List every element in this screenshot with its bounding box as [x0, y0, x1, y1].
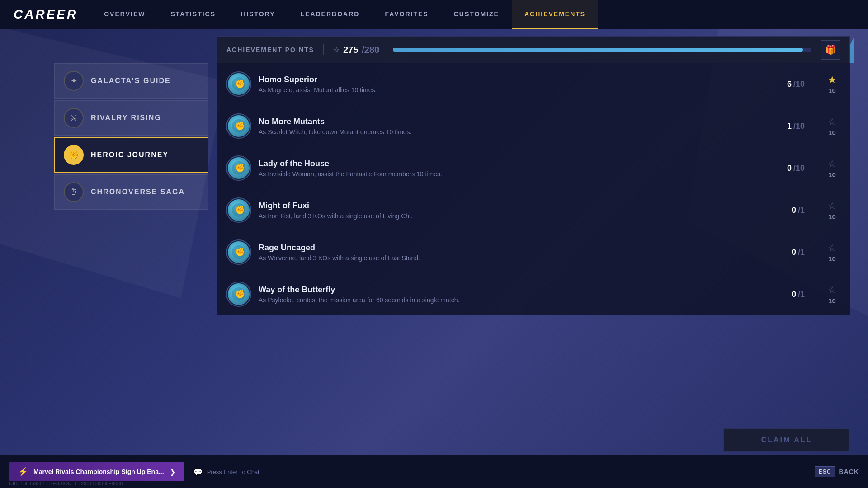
- svg-text:✊: ✊: [235, 205, 245, 215]
- galactas-guide-icon: ✦: [64, 71, 84, 91]
- achievement-avatar-inner-4: ✊: [228, 241, 250, 263]
- points-current: 275: [343, 45, 358, 55]
- esc-key: ESC: [815, 466, 835, 477]
- achievement-star-score-0: ★ 10: [816, 74, 841, 94]
- progress-total-1: /10: [793, 122, 805, 131]
- star-icon-1: ☆: [828, 116, 837, 128]
- achievement-avatar-inner-1: ✊: [228, 115, 250, 137]
- achievement-info-0: Homo Superior As Magneto, assist Mutant …: [259, 75, 761, 94]
- progress-current-0: 6: [787, 80, 792, 89]
- progress-total-3: /1: [798, 206, 805, 215]
- progress-current-2: 0: [787, 164, 792, 173]
- achievement-desc-3: As Iron Fist, land 3 KOs with a single u…: [259, 212, 761, 220]
- achievement-info-1: No More Mutants As Scarlet Witch, take d…: [259, 117, 761, 136]
- achievement-points-display: ☆ 275 /280: [333, 45, 379, 55]
- achievement-info-4: Rage Uncaged As Wolverine, land 3 KOs wi…: [259, 243, 761, 262]
- score-value-2: 10: [828, 171, 836, 178]
- chat-bar: 💬 Press Enter To Chat: [193, 468, 259, 476]
- achievement-name-0: Homo Superior: [259, 75, 761, 84]
- sidebar-label-galactas-guide: GALACTA'S GUIDE: [91, 77, 171, 85]
- progress-total-4: /1: [798, 248, 805, 257]
- star-icon-2: ☆: [828, 158, 837, 170]
- achievement-progress-4: 0 /1: [769, 248, 805, 257]
- star-icon-3: ☆: [828, 200, 837, 212]
- heroic-journey-icon: ✊: [64, 145, 84, 165]
- page-title: CAREER: [0, 7, 91, 22]
- achievement-avatar-3: ✊: [226, 197, 251, 223]
- progress-current-3: 0: [792, 206, 796, 215]
- achievement-row-homo-superior: ✊ Homo Superior As Magneto, assist Mutan…: [217, 63, 850, 105]
- progress-total-2: /10: [793, 164, 805, 173]
- points-total: /280: [362, 45, 379, 55]
- topbar: CAREER OVERVIEW STATISTICS HISTORY LEADE…: [0, 0, 868, 29]
- nav-overview[interactable]: OVERVIEW: [91, 0, 158, 29]
- achievement-name-1: No More Mutants: [259, 117, 761, 127]
- sidebar-label-rivalry-rising: RIVALRY RISING: [91, 114, 161, 122]
- sidebar-label-heroic-journey: HEROIC JOURNEY: [91, 151, 169, 159]
- main-content: ✦ GALACTA'S GUIDE ⚔ RIVALRY RISING ✊ HER…: [54, 36, 850, 452]
- content-panel: ACHIEVEMENT POINTS ☆ 275 /280 🎁 ✊: [217, 36, 850, 452]
- score-value-4: 10: [828, 255, 836, 263]
- nav-achievements[interactable]: ACHIEVEMENTS: [512, 0, 598, 29]
- achievement-row-way-of-the-butterfly: ✊ Way of the Butterfly As Psylocke, cont…: [217, 273, 850, 315]
- score-value-1: 10: [828, 129, 836, 136]
- achievement-star-score-3: ☆ 10: [816, 200, 841, 221]
- progress-total-0: /10: [793, 80, 805, 89]
- achievement-avatar-5: ✊: [226, 282, 251, 307]
- nav-customize[interactable]: CUSTOMIZE: [441, 0, 512, 29]
- achievement-avatar-0: ✊: [226, 71, 251, 97]
- notification-icon: ⚡: [18, 467, 28, 477]
- svg-text:✊: ✊: [235, 121, 245, 131]
- score-value-5: 10: [828, 297, 836, 305]
- score-value-0: 10: [828, 87, 836, 94]
- notification-banner[interactable]: ⚡ Marvel Rivals Championship Sign Up Ena…: [9, 462, 184, 481]
- achievement-progress-3: 0 /1: [769, 206, 805, 215]
- achievement-desc-4: As Wolverine, land 3 KOs with a single u…: [259, 254, 761, 262]
- uid-text: UID: 160459301 | SESSION: 1 | 2901130360…: [9, 481, 123, 486]
- svg-text:✊: ✊: [235, 79, 245, 89]
- achievement-avatar-inner-5: ✊: [228, 283, 250, 305]
- achievement-progress-1: 1 /10: [769, 122, 805, 131]
- sidebar-label-chronoverse-saga: CHRONOVERSE SAGA: [91, 188, 185, 196]
- achievement-row-rage-uncaged: ✊ Rage Uncaged As Wolverine, land 3 KOs …: [217, 231, 850, 273]
- achievement-progress-2: 0 /10: [769, 164, 805, 173]
- progress-current-4: 0: [792, 248, 796, 257]
- achievement-desc-2: As Invisible Woman, assist the Fantastic…: [259, 170, 761, 178]
- sidebar-item-rivalry-rising[interactable]: ⚔ RIVALRY RISING: [54, 100, 208, 136]
- claim-all-button[interactable]: CLAIM ALL: [723, 428, 850, 452]
- progress-current-1: 1: [787, 122, 792, 131]
- achievement-header-title: ACHIEVEMENT POINTS: [226, 46, 314, 53]
- achievement-info-5: Way of the Butterfly As Psylocke, contes…: [259, 285, 761, 304]
- achievement-row-lady-of-the-house: ✊ Lady of the House As Invisible Woman, …: [217, 147, 850, 189]
- back-label: BACK: [839, 468, 859, 475]
- achievement-avatar-inner-0: ✊: [228, 73, 250, 95]
- star-icon-5: ☆: [828, 284, 837, 296]
- achievement-avatar-inner-2: ✊: [228, 157, 250, 179]
- esc-back-button[interactable]: ESC BACK: [815, 466, 859, 477]
- achievement-avatar-4: ✊: [226, 239, 251, 265]
- sidebar-item-chronoverse-saga[interactable]: ⏱ CHRONOVERSE SAGA: [54, 174, 208, 210]
- sidebar: ✦ GALACTA'S GUIDE ⚔ RIVALRY RISING ✊ HER…: [54, 36, 208, 452]
- nav-bar: OVERVIEW STATISTICS HISTORY LEADERBOARD …: [91, 0, 868, 29]
- achievement-progress-5: 0 /1: [769, 290, 805, 299]
- chronoverse-saga-icon: ⏱: [64, 182, 84, 202]
- nav-favorites[interactable]: FAVORITES: [372, 0, 441, 29]
- achievement-star-score-5: ☆ 10: [816, 284, 841, 305]
- rivalry-rising-icon: ⚔: [64, 108, 84, 128]
- sidebar-item-galactas-guide[interactable]: ✦ GALACTA'S GUIDE: [54, 63, 208, 99]
- sidebar-item-heroic-journey[interactable]: ✊ HEROIC JOURNEY: [54, 137, 208, 173]
- nav-history[interactable]: HISTORY: [228, 0, 288, 29]
- svg-text:✊: ✊: [235, 163, 245, 173]
- achievement-avatar-1: ✊: [226, 113, 251, 139]
- nav-leaderboard[interactable]: LEADERBOARD: [288, 0, 373, 29]
- achievement-desc-5: As Psylocke, contest the mission area fo…: [259, 296, 761, 304]
- bottom-bar: ⚡ Marvel Rivals Championship Sign Up Ena…: [0, 455, 868, 488]
- achievement-name-2: Lady of the House: [259, 159, 761, 169]
- achievement-progress-0: 6 /10: [769, 80, 805, 89]
- nav-statistics[interactable]: STATISTICS: [158, 0, 228, 29]
- gift-button[interactable]: 🎁: [821, 40, 840, 60]
- chat-label: Press Enter To Chat: [207, 469, 259, 475]
- achievement-avatar-inner-3: ✊: [228, 199, 250, 221]
- progress-bar-container: [393, 48, 811, 52]
- star-icon-4: ☆: [828, 242, 837, 254]
